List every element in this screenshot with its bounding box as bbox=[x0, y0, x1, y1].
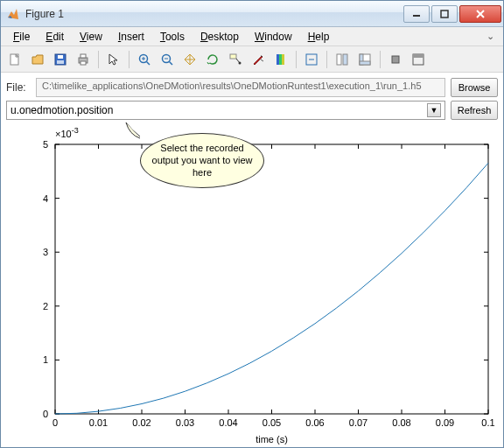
svg-text:1: 1 bbox=[43, 354, 48, 365]
pan-icon[interactable] bbox=[179, 49, 200, 70]
menu-help[interactable]: Help bbox=[301, 29, 337, 45]
window-controls bbox=[403, 5, 501, 23]
svg-rect-22 bbox=[279, 54, 282, 65]
window-title: Figure 1 bbox=[25, 8, 403, 20]
svg-rect-25 bbox=[337, 54, 341, 65]
data-cursor-icon[interactable] bbox=[225, 49, 246, 70]
variable-select[interactable]: u.onedmotion.position ▼ bbox=[6, 101, 445, 120]
menu-window[interactable]: Window bbox=[248, 29, 299, 45]
svg-text:0: 0 bbox=[52, 417, 58, 428]
zoom-in-icon[interactable] bbox=[134, 49, 155, 70]
svg-text:5: 5 bbox=[43, 139, 48, 150]
svg-text:0.1: 0.1 bbox=[481, 417, 494, 428]
file-row: File: C:\timelike_applications\OneDMotio… bbox=[1, 73, 503, 99]
browse-button[interactable]: Browse bbox=[451, 78, 498, 97]
svg-rect-29 bbox=[360, 61, 370, 65]
svg-text:0.06: 0.06 bbox=[305, 417, 324, 428]
svg-text:0.01: 0.01 bbox=[89, 417, 108, 428]
svg-text:0.04: 0.04 bbox=[219, 417, 237, 428]
svg-point-20 bbox=[239, 61, 242, 64]
svg-text:2: 2 bbox=[43, 301, 48, 312]
svg-text:3: 3 bbox=[43, 247, 48, 257]
new-file-icon[interactable] bbox=[4, 49, 25, 70]
pointer-icon[interactable] bbox=[103, 49, 124, 70]
dock-collapse-icon[interactable]: ⌄ bbox=[483, 31, 498, 42]
menu-edit[interactable]: Edit bbox=[38, 29, 71, 45]
svg-text:0.02: 0.02 bbox=[132, 417, 150, 428]
svg-rect-6 bbox=[58, 55, 63, 59]
print-icon[interactable] bbox=[73, 49, 94, 70]
svg-text:0.03: 0.03 bbox=[176, 417, 194, 428]
svg-rect-33 bbox=[55, 144, 488, 414]
variable-select-row: u.onedmotion.position ▼ Refresh bbox=[1, 99, 503, 125]
svg-rect-23 bbox=[282, 54, 284, 65]
save-icon[interactable] bbox=[50, 49, 71, 70]
svg-rect-30 bbox=[392, 56, 399, 63]
menu-file[interactable]: File bbox=[6, 29, 37, 45]
svg-rect-18 bbox=[230, 54, 236, 59]
svg-text:0: 0 bbox=[43, 409, 48, 419]
svg-rect-32 bbox=[413, 54, 424, 58]
svg-rect-26 bbox=[343, 54, 347, 65]
file-path-field[interactable]: C:\timelike_applications\OneDMotion\resu… bbox=[36, 78, 445, 97]
variable-select-value: u.onedmotion.position bbox=[10, 104, 113, 116]
show-plot-tools-icon[interactable] bbox=[354, 49, 375, 70]
svg-text:4: 4 bbox=[43, 193, 48, 204]
svg-text:0.08: 0.08 bbox=[392, 417, 410, 428]
zoom-out-icon[interactable] bbox=[157, 49, 178, 70]
svg-text:0.07: 0.07 bbox=[349, 417, 368, 428]
rotate-icon[interactable] bbox=[202, 49, 223, 70]
file-label: File: bbox=[6, 81, 31, 94]
menu-view[interactable]: View bbox=[73, 29, 109, 45]
restore-icon[interactable] bbox=[385, 49, 406, 70]
menubar: File Edit View Insert Tools Desktop Wind… bbox=[1, 27, 503, 46]
matlab-app-icon bbox=[6, 7, 20, 21]
chevron-down-icon: ▼ bbox=[427, 103, 441, 117]
minimize-button[interactable] bbox=[403, 5, 430, 23]
refresh-button[interactable]: Refresh bbox=[451, 101, 498, 120]
open-icon[interactable] bbox=[27, 49, 48, 70]
dock-icon[interactable] bbox=[408, 49, 429, 70]
menu-tools[interactable]: Tools bbox=[153, 29, 192, 45]
svg-rect-9 bbox=[80, 54, 86, 58]
link-icon[interactable] bbox=[301, 49, 322, 70]
svg-rect-10 bbox=[80, 61, 86, 65]
titlebar: Figure 1 bbox=[1, 1, 503, 27]
svg-text:time (s): time (s) bbox=[256, 434, 288, 444]
maximize-button[interactable] bbox=[431, 5, 458, 23]
svg-text:×10-3: ×10-3 bbox=[55, 126, 79, 139]
svg-rect-1 bbox=[441, 10, 448, 18]
svg-rect-7 bbox=[57, 60, 64, 64]
toolbar bbox=[1, 46, 503, 73]
hide-plot-tools-icon[interactable] bbox=[332, 49, 353, 70]
svg-line-12 bbox=[147, 61, 150, 65]
plot-area[interactable]: 00.010.020.030.040.050.060.070.080.090.1… bbox=[7, 122, 497, 444]
close-button[interactable] bbox=[459, 5, 501, 23]
svg-text:0.09: 0.09 bbox=[436, 417, 454, 428]
menu-desktop[interactable]: Desktop bbox=[193, 29, 246, 45]
colorbar-icon[interactable] bbox=[270, 49, 291, 70]
svg-text:0.05: 0.05 bbox=[262, 417, 281, 428]
line-chart: 00.010.020.030.040.050.060.070.080.090.1… bbox=[7, 122, 497, 444]
menu-insert[interactable]: Insert bbox=[111, 29, 151, 45]
svg-line-16 bbox=[170, 61, 173, 65]
brush-icon[interactable] bbox=[248, 49, 269, 70]
svg-rect-21 bbox=[276, 54, 279, 65]
